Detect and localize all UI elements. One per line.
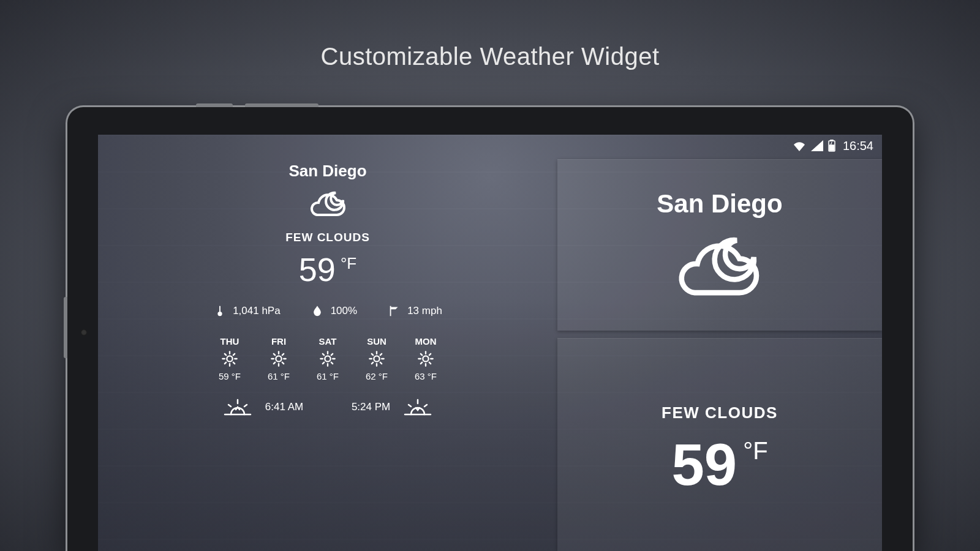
forecast-day[interactable]: SUN 62 °F xyxy=(366,336,388,381)
svg-line-28 xyxy=(323,354,324,355)
sun-icon xyxy=(417,350,434,367)
battery-icon xyxy=(828,140,835,152)
forecast-day-label: MON xyxy=(415,336,437,347)
city-label-large: San Diego xyxy=(657,189,782,219)
svg-line-22 xyxy=(282,354,284,355)
weather-widget-large[interactable]: San Diego FEW CLOUDS 59 °F xyxy=(557,159,882,551)
svg-line-21 xyxy=(274,362,275,364)
pressure-value: 1,041 hPa xyxy=(233,305,281,317)
signal-icon xyxy=(811,140,823,151)
tablet-screen: 16:54 San Diego FEW CLOUDS 59 °F xyxy=(98,135,882,551)
svg-line-52 xyxy=(228,405,231,407)
forecast-day[interactable]: SAT 61 °F xyxy=(317,336,339,381)
wind-value: 13 mph xyxy=(407,305,442,317)
sun-icon xyxy=(221,350,238,367)
condition-label-large: FEW CLOUDS xyxy=(662,403,778,422)
forecast-day[interactable]: THU 59 °F xyxy=(219,336,241,381)
volume-button xyxy=(245,103,318,107)
svg-line-31 xyxy=(331,354,333,355)
forecast-temp: 62 °F xyxy=(366,371,388,381)
svg-line-53 xyxy=(244,405,247,407)
forecast-day-label: FRI xyxy=(271,336,286,347)
sunrise-icon xyxy=(224,397,252,417)
current-temp-large: 59 °F xyxy=(671,431,767,498)
forecast-day-label: SUN xyxy=(367,336,386,347)
sunset-icon xyxy=(404,397,432,417)
status-bar: 16:54 xyxy=(98,135,882,157)
humidity-metric: 100% xyxy=(311,304,357,318)
svg-line-46 xyxy=(421,354,422,355)
forecast-temp: 63 °F xyxy=(415,371,437,381)
svg-line-57 xyxy=(424,405,427,407)
large-panel-bottom[interactable]: FEW CLOUDS 59 °F xyxy=(557,338,882,551)
power-button xyxy=(196,103,233,107)
temp-unit-large: °F xyxy=(743,437,767,465)
sun-icon xyxy=(368,350,385,367)
forecast-day-label: SAT xyxy=(319,336,337,347)
svg-point-14 xyxy=(276,356,281,361)
sunset-time: 5:24 PM xyxy=(317,401,390,413)
pressure-metric: 1,041 hPa xyxy=(213,304,281,318)
svg-line-49 xyxy=(429,354,431,355)
forecast-day-label: THU xyxy=(221,336,239,347)
large-panel-top[interactable]: San Diego xyxy=(557,159,882,331)
svg-line-39 xyxy=(372,362,373,364)
humidity-value: 100% xyxy=(331,305,357,317)
svg-line-29 xyxy=(331,362,333,364)
forecast-temp: 59 °F xyxy=(219,371,241,381)
svg-point-23 xyxy=(325,356,330,361)
weather-widget-detailed[interactable]: San Diego FEW CLOUDS 59 °F xyxy=(98,159,557,551)
tablet-frame: 16:54 San Diego FEW CLOUDS 59 °F xyxy=(67,107,913,551)
cloud-moon-icon xyxy=(305,186,350,220)
svg-point-3 xyxy=(218,312,222,315)
wind-flag-icon xyxy=(388,304,401,318)
svg-line-10 xyxy=(225,354,226,355)
forecast-row: THU 59 °F FRI 61 °F SAT 61 °F xyxy=(219,336,437,381)
cloud-moon-icon xyxy=(668,227,772,301)
svg-rect-1 xyxy=(831,140,833,141)
svg-line-13 xyxy=(233,354,235,355)
svg-point-32 xyxy=(374,356,379,361)
droplet-icon xyxy=(311,304,325,318)
svg-line-48 xyxy=(421,362,422,364)
thermometer-icon xyxy=(213,304,227,318)
condition-label: FEW CLOUDS xyxy=(285,231,370,244)
sun-times-row: 6:41 AM 5:24 PM xyxy=(224,397,432,417)
city-label: San Diego xyxy=(288,162,366,181)
current-temp: 59 °F xyxy=(299,250,356,288)
svg-point-5 xyxy=(227,356,232,361)
sun-icon xyxy=(270,350,287,367)
forecast-temp: 61 °F xyxy=(268,371,290,381)
forecast-day[interactable]: MON 63 °F xyxy=(415,336,437,381)
svg-line-56 xyxy=(409,405,411,407)
svg-line-38 xyxy=(380,362,382,364)
svg-line-11 xyxy=(233,362,235,364)
svg-line-40 xyxy=(380,354,382,355)
temp-value: 59 xyxy=(299,250,336,288)
front-camera xyxy=(81,329,87,335)
svg-line-20 xyxy=(282,362,284,364)
side-button xyxy=(64,297,67,358)
status-time: 16:54 xyxy=(843,139,873,153)
svg-line-19 xyxy=(274,354,275,355)
temp-unit: °F xyxy=(341,254,356,273)
wifi-icon xyxy=(793,140,806,151)
forecast-temp: 61 °F xyxy=(317,371,339,381)
svg-line-37 xyxy=(372,354,373,355)
svg-line-12 xyxy=(225,362,226,364)
svg-line-47 xyxy=(429,362,431,364)
svg-line-30 xyxy=(323,362,324,364)
wind-metric: 13 mph xyxy=(388,304,442,318)
sunrise-time: 6:41 AM xyxy=(265,401,303,413)
page-title: Customizable Weather Widget xyxy=(0,43,980,70)
temp-value-large: 59 xyxy=(671,431,737,498)
forecast-day[interactable]: FRI 61 °F xyxy=(268,336,290,381)
svg-point-41 xyxy=(423,356,428,361)
sun-icon xyxy=(319,350,336,367)
metrics-row: 1,041 hPa 100% 13 mph xyxy=(213,304,442,318)
